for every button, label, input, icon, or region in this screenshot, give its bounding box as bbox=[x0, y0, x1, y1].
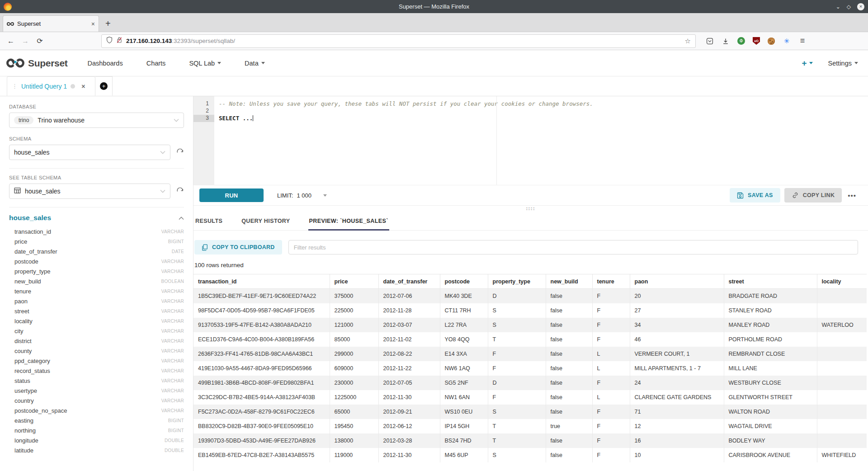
table-cell: WALTON ROAD bbox=[724, 405, 817, 419]
database-select[interactable]: trino Trino warehouse bbox=[9, 113, 184, 128]
column-header[interactable]: paon bbox=[630, 274, 724, 289]
column-header[interactable]: postcode bbox=[440, 274, 488, 289]
table-cell: S bbox=[488, 303, 546, 318]
copy-to-clipboard-button[interactable]: COPY TO CLIPBOARD bbox=[194, 240, 282, 254]
schema-select[interactable]: house_sales bbox=[9, 145, 170, 160]
back-button[interactable]: ← bbox=[5, 35, 17, 47]
run-button[interactable]: RUN bbox=[199, 188, 264, 202]
copy-link-button[interactable]: COPY LINK bbox=[784, 188, 842, 203]
column-list-item: cityVARCHAR bbox=[9, 326, 184, 336]
window-close-icon[interactable]: × bbox=[857, 3, 864, 10]
column-header[interactable]: tenure bbox=[592, 274, 630, 289]
menu-hamburger-icon[interactable]: ≡ bbox=[798, 37, 807, 45]
table-schema-heading[interactable]: house_sales bbox=[9, 214, 51, 222]
nav-item-sql-lab[interactable]: SQL Lab bbox=[189, 60, 221, 67]
table-cell: BODLEY WAY bbox=[724, 433, 817, 448]
cookie-icon[interactable] bbox=[768, 38, 775, 45]
table-row: 3C3C29DC-B7B2-4BE5-914A-A38123AF403B1225… bbox=[193, 390, 867, 405]
window-title: Superset — Mozilla Firefox bbox=[0, 3, 868, 10]
code-select-line: SELECT ... bbox=[219, 115, 868, 122]
table-cell: CARISBROOK AVENUE bbox=[724, 448, 817, 462]
save-as-button[interactable]: SAVE AS bbox=[730, 188, 780, 203]
column-header[interactable]: date_of_transfer bbox=[378, 274, 440, 289]
table-cell: BS24 7HD bbox=[440, 433, 488, 448]
drag-handle-icon[interactable]: ⋮ bbox=[12, 83, 18, 89]
table-select-value: house_sales bbox=[25, 188, 156, 195]
nav-item-charts[interactable]: Charts bbox=[146, 60, 166, 67]
column-name: property_type bbox=[14, 268, 51, 275]
downloads-icon[interactable] bbox=[722, 37, 730, 45]
superset-logo[interactable]: Superset bbox=[6, 57, 67, 69]
settings-menu[interactable]: Settings bbox=[828, 60, 858, 67]
forward-button[interactable]: → bbox=[19, 35, 32, 47]
ublock-icon[interactable]: uO bbox=[753, 37, 760, 45]
column-type: VARCHAR bbox=[161, 339, 184, 344]
add-new-button[interactable]: + bbox=[802, 58, 812, 68]
collapse-chevron-icon[interactable] bbox=[179, 214, 184, 222]
column-type: VARCHAR bbox=[161, 289, 184, 294]
column-header[interactable]: property_type bbox=[488, 274, 546, 289]
editor-code-area[interactable]: -- Note: Unless you save your query, the… bbox=[214, 96, 868, 185]
nav-item-dashboards[interactable]: Dashboards bbox=[87, 60, 123, 67]
url-input[interactable]: 217.160.120.143:32393/superset/sqllab/ ☆ bbox=[101, 34, 696, 48]
table-cell bbox=[817, 433, 867, 448]
limit-dropdown[interactable]: LIMIT: 1 000 bbox=[277, 192, 327, 199]
chevron-down-icon bbox=[160, 151, 165, 154]
add-query-tab-button[interactable]: + bbox=[95, 76, 113, 96]
panel-resize-handle[interactable]: •••••••• bbox=[193, 206, 868, 212]
table-row: 499B1981-3B6B-4BCD-808F-9FED9802BFA12300… bbox=[193, 376, 867, 390]
table-cell: 119000 bbox=[330, 448, 378, 462]
superset-infinity-icon bbox=[6, 57, 24, 69]
container-icon[interactable]: ✳ bbox=[783, 37, 791, 45]
tab-close-icon[interactable]: × bbox=[91, 20, 95, 28]
refresh-schemas-icon[interactable] bbox=[176, 149, 184, 156]
refresh-tables-icon[interactable] bbox=[176, 188, 184, 195]
database-engine-tag: trino bbox=[14, 116, 33, 124]
table-cell: ECE1D376-C9A6-4C00-B004-A380B189FA56 bbox=[193, 332, 330, 347]
table-cell: SG5 2NF bbox=[440, 376, 488, 390]
table-select[interactable]: house_sales bbox=[9, 184, 170, 199]
shield-icon[interactable] bbox=[106, 37, 113, 45]
column-header[interactable]: locality bbox=[817, 274, 867, 289]
sql-editor[interactable]: 123 -- Note: Unless you save your query,… bbox=[193, 96, 868, 185]
bookmark-star-icon[interactable]: ☆ bbox=[685, 37, 691, 45]
lock-disabled-icon[interactable] bbox=[116, 37, 123, 45]
query-tab[interactable]: ⋮ Untitled Query 1 × bbox=[7, 76, 95, 96]
superset-favicon bbox=[7, 20, 14, 28]
column-header[interactable]: street bbox=[724, 274, 817, 289]
browser-tab[interactable]: Superset × bbox=[3, 15, 99, 32]
rows-returned-text: 100 rows returned bbox=[194, 262, 868, 268]
table-row: 1B5C39ED-BE7F-41EF-9E71-9C60EED74A223750… bbox=[193, 289, 867, 303]
table-cell: F bbox=[592, 448, 630, 462]
table-cell: S bbox=[488, 318, 546, 332]
results-tab-0[interactable]: RESULTS bbox=[194, 214, 223, 231]
limit-label: LIMIT: bbox=[277, 192, 293, 199]
column-header[interactable]: new_build bbox=[546, 274, 592, 289]
window-restore-icon[interactable]: ◇ bbox=[847, 4, 851, 10]
column-header[interactable]: price bbox=[330, 274, 378, 289]
results-tab-1[interactable]: QUERY HISTORY bbox=[241, 214, 291, 231]
table-cell: F5C273AC-0D2A-458F-8279-9C61F0C22EC6 bbox=[193, 405, 330, 419]
more-options-button[interactable]: ••• bbox=[846, 192, 858, 199]
table-cell: F bbox=[592, 433, 630, 448]
results-tab-2[interactable]: PREVIEW: `HOUSE_SALES` bbox=[308, 214, 389, 231]
save-icon bbox=[737, 192, 744, 199]
column-header[interactable]: transaction_id bbox=[193, 274, 330, 289]
column-name: paon bbox=[14, 298, 28, 305]
reload-button[interactable]: ⟳ bbox=[33, 35, 46, 47]
nav-item-data[interactable]: Data bbox=[245, 60, 265, 67]
gutter-line-number: 1 bbox=[193, 100, 214, 108]
code-comment-line: -- Note: Unless you save your query, the… bbox=[219, 100, 868, 108]
table-cell bbox=[817, 347, 867, 361]
column-list-item: usertypeVARCHAR bbox=[9, 386, 184, 396]
privacy-badger-icon[interactable]: Ф bbox=[737, 37, 745, 45]
table-cell bbox=[817, 376, 867, 390]
column-list-item: latitudeDOUBLE bbox=[9, 445, 184, 455]
column-type: BIGINT bbox=[168, 239, 184, 244]
query-tab-close-icon[interactable]: × bbox=[81, 83, 85, 90]
pocket-icon[interactable] bbox=[706, 37, 714, 45]
table-cell: E14 3XA bbox=[440, 347, 488, 361]
filter-results-input[interactable] bbox=[288, 240, 858, 254]
new-tab-button[interactable]: + bbox=[105, 19, 111, 29]
window-minimize-icon[interactable]: ⌄ bbox=[836, 4, 840, 10]
